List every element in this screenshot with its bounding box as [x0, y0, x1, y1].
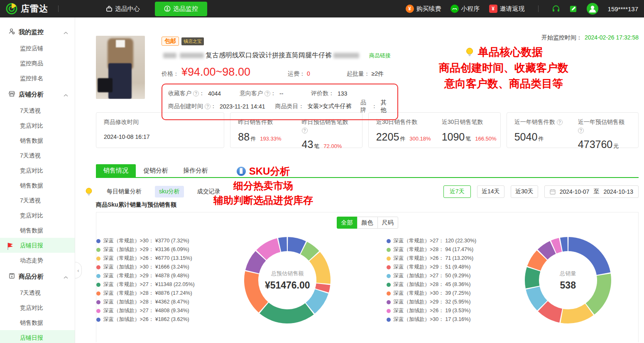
- legend-item[interactable]: 深蓝（常规款）>28： 94 (17.47%): [387, 245, 498, 254]
- toggle-尺码[interactable]: 尺码: [377, 217, 398, 229]
- user-phone[interactable]: 159****137: [608, 5, 638, 12]
- card-value: 43笔72.00%: [302, 138, 355, 151]
- card-percent: 166.50%: [475, 136, 496, 142]
- chevron-up-icon[interactable]: [64, 29, 68, 36]
- redacted-text: [163, 53, 176, 58]
- legend-label: 深蓝（加绒款）>27： 50 (9.29%): [394, 271, 471, 280]
- sidebar-item-销售数据[interactable]: 销售数据: [0, 315, 75, 330]
- sidebar-item-7天透视[interactable]: 7天透视: [0, 285, 75, 300]
- avatar[interactable]: [586, 2, 599, 15]
- date-range-picker[interactable]: 2024-10-07 至 2024-10-13: [544, 185, 639, 198]
- sidebar-item-7天透视[interactable]: 7天透视: [0, 148, 75, 163]
- nav-item-selection-monitor[interactable]: 选品监控: [155, 2, 207, 16]
- sidebar-item-label: 店铺日报: [20, 334, 43, 341]
- legend-dot: [96, 265, 100, 269]
- legend-item[interactable]: 深蓝（加绒款）>27： 50 (9.29%): [387, 271, 498, 280]
- legend-item[interactable]: 深蓝（加绒款）>30： 17 (3.16%): [387, 315, 498, 324]
- toggle-颜色[interactable]: 颜色: [357, 217, 378, 229]
- toggle-全部[interactable]: 全部: [337, 217, 358, 229]
- app-logo[interactable]: 店雷达: [6, 3, 48, 15]
- sidebar-item-店铺日报[interactable]: 店铺日报: [0, 238, 75, 253]
- legend-item[interactable]: 深蓝（常规款）>26： 71 (13.20%): [387, 254, 498, 263]
- help-icon[interactable]: ?: [557, 119, 563, 125]
- legend-item[interactable]: 深蓝（加绒款）>29： 32 (5.95%): [387, 298, 498, 306]
- sidebar-item-销售数据[interactable]: 销售数据: [0, 178, 75, 193]
- legend-dot: [96, 283, 100, 287]
- date-to[interactable]: 2024-10-13: [603, 188, 633, 195]
- range-button-近14天[interactable]: 近14天: [477, 185, 504, 198]
- chevron-up-icon[interactable]: [64, 91, 68, 98]
- sidebar-item-7天透视[interactable]: 7天透视: [0, 193, 75, 208]
- help-icon[interactable]: ?: [302, 128, 308, 133]
- legend-item[interactable]: 深蓝（常规款）>30： 39 (7.25%): [387, 289, 498, 298]
- help-icon[interactable]: ?: [578, 128, 584, 133]
- date-from[interactable]: 2024-10-07: [560, 188, 590, 195]
- donut-chart-area: 总预估销售额¥51476.00: [208, 235, 367, 325]
- sidebar-item-动态走势[interactable]: 动态走势: [0, 253, 75, 268]
- sidebar-section-header[interactable]: 商品分析: [0, 268, 75, 285]
- sidebar-item-竞店对比[interactable]: 竞店对比: [0, 118, 75, 133]
- sidebar-item-监控商品[interactable]: 监控商品: [0, 56, 75, 71]
- donut-segment[interactable]: [585, 274, 611, 314]
- donut-segment[interactable]: [525, 267, 540, 289]
- sidebar-section-header[interactable]: 我的监控: [0, 23, 75, 41]
- subtab-成交记录[interactable]: 成交记录: [193, 186, 225, 197]
- legend-item[interactable]: 深蓝（常规款）>29： 51 (9.48%): [387, 263, 498, 271]
- subtab-sku分析[interactable]: sku分析: [155, 186, 184, 197]
- donut-segment[interactable]: [568, 237, 610, 275]
- sidebar-item-监控店铺[interactable]: 监控店铺: [0, 41, 75, 56]
- card-label: 近一年预估销售额?: [578, 118, 631, 133]
- legend-item[interactable]: 深蓝（加绒款）>28： ¥4362 (8.47%): [96, 298, 208, 306]
- tab-操作分析[interactable]: 操作分析: [176, 164, 215, 177]
- legend-item[interactable]: 深蓝（加绒款）>28： 45 (8.36%): [387, 280, 498, 289]
- headset-icon[interactable]: [552, 5, 560, 13]
- legend-label: 深蓝（常规款）>26： 71 (13.20%): [394, 254, 474, 263]
- help-icon[interactable]: ?: [264, 91, 270, 96]
- legend-item[interactable]: 深蓝（常规款）>27： 120 (22.30%): [387, 237, 498, 245]
- sidebar-item-竞店对比[interactable]: 竞店对比: [0, 208, 75, 223]
- legend-item[interactable]: 深蓝（常规款）>27： ¥11348 (22.05%): [96, 280, 208, 289]
- chevron-up-icon[interactable]: [64, 273, 68, 280]
- card-value: 5040件: [514, 131, 567, 143]
- sidebar-item-7天透视[interactable]: 7天透视: [0, 103, 75, 118]
- tab-促销分析[interactable]: 促销分析: [136, 164, 176, 177]
- donut-segment[interactable]: [244, 271, 268, 313]
- legend-item[interactable]: 深蓝（常规款）>28： ¥8876 (17.24%): [96, 289, 208, 298]
- subtab-每日销量分析[interactable]: 每日销量分析: [103, 186, 146, 197]
- legend-item[interactable]: 深蓝（加绒款）>29： ¥3136 (6.09%): [96, 245, 208, 254]
- nav-item-renew[interactable]: ¥ 购买续费: [406, 5, 441, 13]
- sidebar-item-竞店对比[interactable]: 竞店对比: [0, 163, 75, 178]
- nav-item-selection-center[interactable]: 选品中心: [106, 5, 140, 13]
- sidebar-item-销售数据[interactable]: 销售数据: [0, 133, 75, 148]
- legend-item[interactable]: 深蓝（常规款）>29： ¥4878 (9.48%): [96, 271, 208, 280]
- legend-item[interactable]: 深蓝（加绒款）>26： 19 (3.53%): [387, 306, 498, 315]
- sidebar-item-竞店对比[interactable]: 竞店对比: [0, 300, 75, 315]
- sidebar-item-店铺日报[interactable]: 店铺日报: [0, 330, 75, 343]
- sidebar-item-label: 7天透视: [20, 197, 41, 204]
- range-button-近7天[interactable]: 近7天: [443, 185, 471, 198]
- product-link[interactable]: 商品链接: [369, 52, 391, 59]
- app-logo-text: 店雷达: [21, 3, 48, 15]
- sidebar-item-label: 销售数据: [20, 227, 43, 234]
- nav-item-invite-cashback[interactable]: ¥ 邀请返现: [489, 5, 525, 13]
- help-icon[interactable]: ?: [193, 91, 199, 96]
- sidebar-section-header[interactable]: 店铺分析: [0, 86, 75, 103]
- feedback-edit-icon[interactable]: [569, 5, 577, 13]
- legend-item[interactable]: 深蓝（加绒款）>27： ¥4808 (9.34%): [96, 306, 208, 315]
- tab-销售情况[interactable]: 销售情况: [96, 164, 136, 177]
- sidebar-item-监控排名[interactable]: 监控排名: [0, 71, 75, 86]
- sidebar-item-销售数据[interactable]: 销售数据: [0, 223, 75, 238]
- legend-item[interactable]: 深蓝（加绒款）>26： ¥1862 (3.62%): [96, 315, 208, 324]
- legend-item[interactable]: 深蓝（常规款）>30： ¥3770 (7.32%): [96, 237, 208, 245]
- product-image[interactable]: [96, 36, 145, 99]
- legend-item[interactable]: 深蓝（常规款）>26： ¥6770 (13.15%): [96, 254, 208, 263]
- donut-segment[interactable]: [260, 303, 314, 323]
- range-button-近30天[interactable]: 近30天: [511, 185, 538, 198]
- nav-item-miniprogram[interactable]: 小程序: [451, 5, 480, 13]
- stat-colon: ：: [298, 103, 304, 110]
- legend-label: 深蓝（常规款）>27： 120 (22.30%): [394, 237, 477, 245]
- help-icon[interactable]: ?: [205, 104, 211, 109]
- legend-label: 深蓝（常规款）>29： ¥4878 (9.48%): [103, 271, 189, 280]
- legend-item[interactable]: 深蓝（加绒款）>30： ¥1666 (3.24%): [96, 263, 208, 271]
- subtabs-filters-row: 每日销量分析sku分析成交记录 近7天近14天近30天 2024-10-07 至…: [96, 185, 639, 198]
